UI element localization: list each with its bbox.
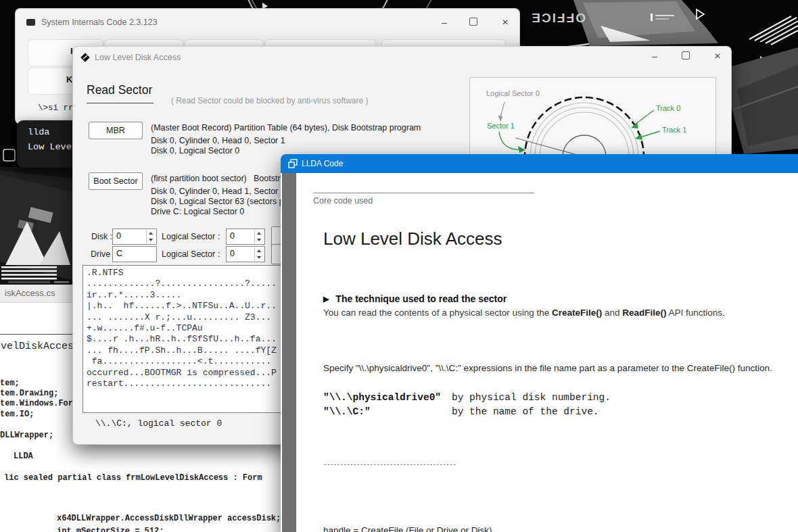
autocomplete-item[interactable]: llda (28, 127, 49, 137)
mbr-detail: Disk 0, Logical Sector 0 (151, 146, 239, 155)
section-subtitle: Core code used (313, 196, 373, 205)
diagram-label: Sector 1 (487, 122, 515, 130)
llda-code-window: LLDA Code Core code used Low Level Disk … (281, 154, 798, 532)
stepper-arrows-icon[interactable] (254, 230, 264, 243)
logical-sector-stepper[interactable]: 0 (226, 228, 265, 245)
code-line: int mSectorSize = 512; (57, 527, 164, 532)
technique-heading: The technique used to read the sector (335, 293, 507, 304)
diagram-label: Track 0 (656, 104, 680, 112)
llda-content[interactable]: Core code used Low Level Disk Access ▶ T… (296, 173, 798, 532)
specify-line: Specify "\\.\physicaldrive0", "\\.\C:" e… (323, 363, 772, 373)
technique-heading-row: ▶ The technique used to read the sector (323, 293, 507, 304)
param-code: "\\.\physicaldrive0" (323, 392, 441, 403)
mbr-detail: Disk 0, Cylinder 0, Head 0, Sector 1 (151, 136, 285, 145)
disk-label: Disk : (91, 232, 112, 241)
body-text: and (602, 308, 622, 318)
status-text: \\.\C:, logical sector 0 (95, 418, 222, 429)
logical-sector-label: Logical Sector : (162, 232, 220, 241)
boot-desc: (first partition boot sector) (151, 174, 247, 183)
stepper-arrows-icon[interactable] (146, 230, 156, 243)
dashed-divider: ---------------------------------------- (323, 462, 456, 468)
app-icon (26, 19, 35, 26)
logical-sector-value: 0 (230, 249, 235, 258)
editor-file-tab[interactable]: iskAccess.cs (5, 288, 55, 298)
close-button[interactable]: ✕ (711, 50, 724, 62)
boot-detail: Drive C: Logical Sector 0 (151, 207, 244, 216)
diagram-label: Logical Sector 0 (486, 89, 540, 97)
mbr-button[interactable]: MBR (89, 122, 143, 139)
disk-diagram-box: Logical Sector 0 Sector 1 Track 0 Track … (469, 77, 716, 157)
body-text: You can read the contents of a physical … (323, 308, 552, 318)
llda-left-scrollbar[interactable] (282, 173, 296, 532)
code-line: tem; (0, 379, 20, 388)
diamond-icon (80, 52, 91, 63)
handle-line: handle = CreateFile (File or Drive or Di… (323, 525, 492, 532)
param-desc: by physical disk numbering. (452, 392, 611, 403)
system-internals-titlebar[interactable]: System Internals Code 2.3.123 – ✕ (16, 9, 519, 36)
form-window-icon (288, 159, 298, 168)
document-heading: Low Level Disk Access (323, 228, 502, 249)
boot-detail: Disk 0, Logical Sector 63 (sectors per t (151, 197, 296, 206)
body-bold: ReadFile() (622, 308, 666, 318)
read-sector-heading: Read Sector (87, 83, 154, 103)
code-line: tem.IO; (0, 410, 34, 419)
diagram-label: Track 1 (662, 126, 686, 134)
drive-label: Drive : (91, 249, 115, 259)
minimize-button[interactable]: – (649, 50, 661, 62)
mbr-desc: (Master Boot Record) (151, 123, 231, 132)
code-line: lic sealed partial class frmLowLevelDisk… (4, 473, 262, 483)
prompt-text: \>si rr (38, 103, 74, 113)
boot-sector-button[interactable]: Boot Sector (89, 172, 143, 190)
logical-sector-stepper[interactable]: 0 (226, 246, 265, 262)
desktop: OFFICE iskAc (0, 0, 798, 532)
code-line: x64DLLWrapper.AccessDiskDllWrapper acces… (57, 514, 281, 523)
mbr-desc2: Partition Table (64 bytes), Disk Bootstr… (234, 123, 421, 132)
autocomplete-item[interactable]: Low Level (28, 142, 77, 152)
maximize-button[interactable] (680, 50, 692, 62)
drive-field[interactable]: C (112, 246, 157, 262)
logical-sector-value: 0 (230, 231, 235, 241)
close-button[interactable]: ✕ (499, 16, 511, 28)
technique-body: You can read the contents of a physical … (323, 308, 725, 318)
window-title: System Internals Code 2.3.123 (41, 18, 158, 27)
minimize-button[interactable]: – (438, 16, 450, 28)
background-office-text: OFFICE (530, 11, 586, 25)
param-desc: by the name of the drive. (452, 406, 599, 417)
disk-stepper[interactable]: 0 (112, 228, 157, 245)
code-line: tem.Windows.For (0, 399, 73, 408)
code-line: LLDA (14, 452, 33, 461)
disk-diagram: Logical Sector 0 Sector 1 Track 0 Track … (470, 78, 716, 157)
code-line: tem.Drawing; (0, 389, 58, 398)
antivirus-warning: ( Read Sector could be blocked by anti-v… (171, 96, 368, 105)
code-line: DLLWrapper; (0, 431, 53, 440)
boot-detail: Disk 0, Cylinder 0, Head 1, Sector 1 (151, 187, 285, 196)
maximize-button[interactable] (467, 16, 479, 28)
window-title: LLDA Code (302, 159, 343, 168)
stepper-arrows-icon[interactable] (254, 247, 264, 261)
disk-access-titlebar[interactable]: Low Level Disk Access – ✕ (73, 47, 731, 70)
logical-sector-label: Logical Sector : (162, 249, 220, 259)
llda-titlebar[interactable]: LLDA Code (281, 154, 798, 173)
window-title: Low Level Disk Access (95, 53, 181, 62)
triangle-bullet-icon: ▶ (323, 295, 329, 303)
body-text: API functions. (667, 308, 725, 318)
body-bold: CreateFile() (552, 308, 602, 318)
disk-value: 0 (116, 231, 121, 241)
section-divider (313, 193, 534, 193)
drive-value: C (116, 249, 122, 258)
param-code: "\\.\C:" (323, 406, 371, 417)
